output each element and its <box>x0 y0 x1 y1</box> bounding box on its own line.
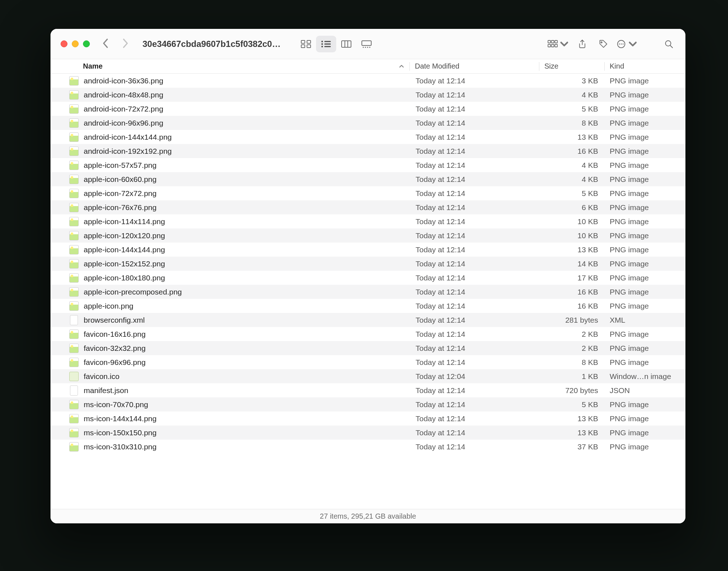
file-date: Today at 12:14 <box>411 161 540 170</box>
file-kind: PNG image <box>605 119 685 127</box>
svg-point-16 <box>367 47 368 48</box>
file-kind: PNG image <box>605 133 685 141</box>
file-size: 37 KB <box>540 443 605 451</box>
svg-rect-21 <box>548 44 551 47</box>
finder-window: 30e34667cbda9607b1c5f0382c0… <box>51 29 685 523</box>
share-button[interactable] <box>574 36 591 52</box>
file-row[interactable]: favicon.icoToday at 12:041 KBWindow…n im… <box>51 369 685 383</box>
file-row[interactable]: apple-icon-180x180.pngToday at 12:1417 K… <box>51 271 685 285</box>
file-type-icon <box>69 230 79 241</box>
file-date: Today at 12:14 <box>411 105 540 113</box>
file-row[interactable]: android-icon-144x144.pngToday at 12:1413… <box>51 130 685 144</box>
file-row[interactable]: ms-icon-70x70.pngToday at 12:145 KBPNG i… <box>51 397 685 411</box>
file-type-icon <box>69 174 79 185</box>
file-row[interactable]: ms-icon-150x150.pngToday at 12:1413 KBPN… <box>51 426 685 440</box>
file-name: ms-icon-150x150.png <box>84 428 411 437</box>
file-size: 5 KB <box>540 400 605 409</box>
file-size: 4 KB <box>540 175 605 184</box>
file-type-icon <box>69 188 79 199</box>
file-type-icon <box>69 216 79 227</box>
file-date: Today at 12:14 <box>411 443 540 451</box>
view-mode-group <box>296 36 377 52</box>
file-name: apple-icon-60x60.png <box>84 175 411 184</box>
file-row[interactable]: apple-icon-57x57.pngToday at 12:144 KBPN… <box>51 158 685 172</box>
file-type-icon <box>69 146 79 157</box>
file-row[interactable]: apple-icon.pngToday at 12:1416 KBPNG ima… <box>51 299 685 313</box>
file-date: Today at 12:14 <box>411 91 540 99</box>
file-name: apple-icon-180x180.png <box>84 274 411 282</box>
column-headers: Name Date Modified Size Kind <box>51 59 685 74</box>
svg-rect-22 <box>552 44 554 47</box>
file-row[interactable]: apple-icon-72x72.pngToday at 12:145 KBPN… <box>51 186 685 200</box>
file-list[interactable]: android-icon-36x36.pngToday at 12:143 KB… <box>51 74 685 509</box>
file-size: 13 KB <box>540 245 605 254</box>
file-row[interactable]: apple-icon-precomposed.pngToday at 12:14… <box>51 285 685 299</box>
forward-button[interactable] <box>122 38 129 50</box>
view-columns-button[interactable] <box>336 36 356 52</box>
svg-point-26 <box>619 43 620 44</box>
tags-button[interactable] <box>595 36 612 52</box>
actions-button[interactable] <box>615 36 639 52</box>
file-row[interactable]: favicon-96x96.pngToday at 12:148 KBPNG i… <box>51 355 685 369</box>
file-name: ms-icon-144x144.png <box>84 414 411 423</box>
file-size: 17 KB <box>540 274 605 282</box>
file-size: 281 bytes <box>540 316 605 324</box>
view-icons-button[interactable] <box>296 36 316 52</box>
file-row[interactable]: android-icon-96x96.pngToday at 12:148 KB… <box>51 116 685 130</box>
file-kind: PNG image <box>605 105 685 113</box>
file-kind: PNG image <box>605 161 685 170</box>
status-bar: 27 items, 295,21 GB available <box>51 509 685 523</box>
file-type-icon <box>69 385 79 396</box>
file-row[interactable]: browserconfig.xmlToday at 12:14281 bytes… <box>51 313 685 327</box>
file-row[interactable]: favicon-32x32.pngToday at 12:142 KBPNG i… <box>51 341 685 355</box>
file-date: Today at 12:14 <box>411 288 540 296</box>
file-type-icon <box>69 273 79 283</box>
zoom-window-button[interactable] <box>83 40 90 47</box>
file-name: android-icon-144x144.png <box>84 133 411 141</box>
file-row[interactable]: android-icon-72x72.pngToday at 12:145 KB… <box>51 102 685 116</box>
file-name: apple-icon-72x72.png <box>84 189 411 198</box>
file-type-icon <box>69 132 79 143</box>
file-kind: JSON <box>605 386 685 395</box>
column-header-date[interactable]: Date Modified <box>410 62 539 70</box>
file-row[interactable]: apple-icon-144x144.pngToday at 12:1413 K… <box>51 243 685 257</box>
back-button[interactable] <box>102 38 109 50</box>
minimize-window-button[interactable] <box>72 40 79 47</box>
file-kind: PNG image <box>605 414 685 423</box>
file-row[interactable]: ms-icon-144x144.pngToday at 12:1413 KBPN… <box>51 411 685 426</box>
file-type-icon <box>69 343 79 354</box>
file-row[interactable]: favicon-16x16.pngToday at 12:142 KBPNG i… <box>51 327 685 341</box>
file-row[interactable]: android-icon-36x36.pngToday at 12:143 KB… <box>51 74 685 88</box>
group-by-button[interactable] <box>547 36 570 52</box>
file-row[interactable]: apple-icon-76x76.pngToday at 12:146 KBPN… <box>51 200 685 214</box>
svg-point-4 <box>321 40 323 42</box>
svg-point-17 <box>369 47 370 48</box>
file-date: Today at 12:14 <box>411 133 540 141</box>
file-type-icon <box>69 244 79 255</box>
svg-rect-19 <box>552 40 554 43</box>
file-date: Today at 12:04 <box>411 372 540 381</box>
file-kind: PNG image <box>605 245 685 254</box>
file-kind: PNG image <box>605 91 685 99</box>
column-header-name[interactable]: Name <box>51 62 409 70</box>
file-name: favicon-96x96.png <box>84 358 411 367</box>
view-list-button[interactable] <box>316 36 336 52</box>
column-header-size[interactable]: Size <box>539 62 604 70</box>
file-row[interactable]: android-icon-48x48.pngToday at 12:144 KB… <box>51 88 685 102</box>
close-window-button[interactable] <box>61 40 67 47</box>
file-row[interactable]: apple-icon-120x120.pngToday at 12:1410 K… <box>51 228 685 243</box>
view-gallery-button[interactable] <box>356 36 377 52</box>
file-size: 16 KB <box>540 302 605 310</box>
file-size: 13 KB <box>540 414 605 423</box>
file-name: apple-icon-120x120.png <box>84 231 411 240</box>
search-button[interactable] <box>660 36 677 52</box>
file-row[interactable]: apple-icon-152x152.pngToday at 12:1414 K… <box>51 257 685 271</box>
file-kind: PNG image <box>605 189 685 198</box>
file-row[interactable]: apple-icon-114x114.pngToday at 12:1410 K… <box>51 214 685 228</box>
file-row[interactable]: manifest.jsonToday at 12:14720 bytesJSON <box>51 383 685 397</box>
file-row[interactable]: apple-icon-60x60.pngToday at 12:144 KBPN… <box>51 172 685 186</box>
file-row[interactable]: ms-icon-310x310.pngToday at 12:1437 KBPN… <box>51 440 685 454</box>
file-row[interactable]: android-icon-192x192.pngToday at 12:1416… <box>51 144 685 158</box>
svg-rect-1 <box>307 40 311 43</box>
column-header-kind[interactable]: Kind <box>605 62 685 70</box>
